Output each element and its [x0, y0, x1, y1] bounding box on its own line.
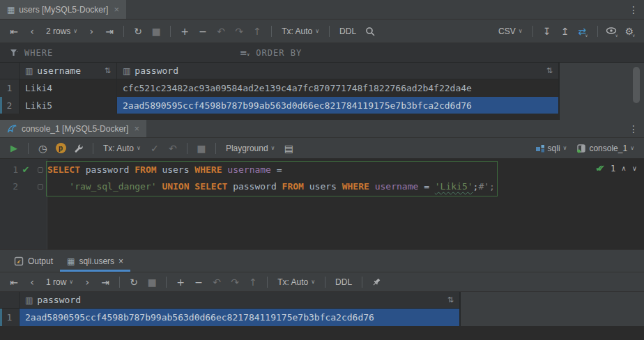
cell-username[interactable]: Liki4: [20, 79, 117, 97]
output-icon: [14, 256, 24, 266]
previous-page-icon[interactable]: ‹: [24, 24, 40, 39]
fold-marker-icon[interactable]: [33, 162, 47, 178]
sql-editor[interactable]: 1 ✔ SELECT password FROM users WHERE use…: [0, 159, 644, 249]
sort-icon[interactable]: ⇅: [447, 295, 454, 304]
separator: [215, 143, 216, 154]
delete-row-icon[interactable]: −: [190, 275, 207, 290]
history-clock-icon[interactable]: ◷: [34, 141, 51, 156]
parameters-icon[interactable]: p: [52, 141, 69, 156]
tab-users-table[interactable]: ▦ users [MySQL5-Docker] ×: [0, 0, 126, 19]
table-view-icon[interactable]: ▤: [280, 141, 297, 156]
first-page-icon[interactable]: ⇤: [6, 275, 22, 290]
vertical-scrollbar[interactable]: [633, 67, 640, 103]
chevron-down-icon: ∨: [137, 145, 141, 151]
tx-mode-dropdown[interactable]: Tx: Auto ∨: [273, 275, 319, 290]
separator: [597, 26, 598, 37]
tab-output[interactable]: Output: [7, 250, 60, 272]
chevron-down-icon: ∨: [519, 28, 523, 34]
column-header-password[interactable]: ▥ password ⇅: [117, 63, 559, 79]
import-upload-icon[interactable]: ↥: [557, 24, 574, 39]
where-placeholder: WHERE: [24, 48, 53, 58]
next-page-icon[interactable]: ›: [79, 275, 95, 290]
sql-code-line[interactable]: SELECT password FROM users WHERE usernam…: [47, 162, 282, 178]
cell-password[interactable]: cfc521c23482ac93a09584ad2e139c4a7fc87077…: [117, 79, 559, 97]
stop-icon: ■: [144, 275, 160, 290]
table-row-selected[interactable]: 1 2aad5890595ccf4598b787b99ab563d0d66ec8…: [0, 309, 460, 326]
chevron-down-icon: ∨: [311, 279, 315, 285]
tx-mode-dropdown[interactable]: Tx: Auto ∨: [277, 24, 323, 39]
top-tab-bar: ▦ users [MySQL5-Docker] × ⋮: [0, 0, 644, 20]
wrench-settings-icon[interactable]: [70, 141, 87, 156]
close-icon[interactable]: ×: [134, 123, 139, 134]
grid-empty-space: [0, 114, 559, 120]
last-page-icon[interactable]: ⇥: [101, 24, 118, 39]
sort-icon[interactable]: ⇅: [546, 66, 553, 75]
compare-icon[interactable]: ⇄∨: [575, 24, 592, 39]
row-number: 2: [0, 97, 20, 114]
redo-icon: ↷: [231, 24, 247, 39]
separator: [93, 143, 93, 154]
row-number-gutter: [0, 63, 20, 79]
order-by-filter-input[interactable]: ≡ ∨ ORDER BY: [230, 47, 302, 58]
tab-users-label: users [MySQL5-Docker]: [19, 5, 108, 15]
editor-line[interactable]: 2 'raw_sql_danger' UNION SELECT password…: [0, 178, 644, 195]
column-header-label: password: [37, 295, 81, 305]
column-header-label: username: [37, 65, 81, 76]
next-result-icon[interactable]: ∨: [632, 164, 637, 172]
refresh-icon[interactable]: ↻: [125, 275, 142, 290]
run-play-icon[interactable]: ▶: [6, 141, 22, 156]
sql-code-line[interactable]: 'raw_sql_danger' UNION SELECT password F…: [47, 178, 495, 195]
cell-password-selected[interactable]: 2aad5890595ccf4598b787b99ab563d0d66ec821…: [117, 97, 559, 114]
add-row-icon[interactable]: +: [172, 275, 189, 290]
column-header-password[interactable]: ▥ password ⇅: [20, 292, 460, 308]
close-icon[interactable]: ×: [114, 4, 119, 15]
row-number: 1: [0, 309, 20, 326]
sort-icon[interactable]: ⇅: [105, 66, 111, 75]
table-row[interactable]: 1 Liki4 cfc521c23482ac93a09584ad2e139c4a…: [0, 79, 559, 97]
ddl-button[interactable]: DDL: [335, 24, 360, 39]
console-tab-bar: console_1 [MySQL5-Docker] × ⋮: [0, 120, 644, 138]
playground-dropdown[interactable]: Playground ∨: [222, 141, 279, 156]
table-grid-icon: ▦: [7, 5, 15, 15]
schema-icon: [535, 144, 545, 153]
tab-result-grid[interactable]: ▦ sqli.users ×: [60, 250, 130, 272]
previous-page-icon[interactable]: ‹: [24, 275, 40, 290]
cell-username[interactable]: Liki5: [20, 97, 117, 114]
rows-count-label: 1 row: [46, 277, 66, 287]
schema-label: sqli: [548, 144, 560, 153]
redo-icon: ↷: [227, 275, 243, 290]
export-format-dropdown[interactable]: CSV ∨: [494, 24, 527, 39]
refresh-icon[interactable]: ↻: [130, 24, 146, 39]
previous-result-icon[interactable]: ∧: [621, 164, 626, 172]
delete-row-icon[interactable]: −: [194, 24, 211, 39]
last-page-icon[interactable]: ⇥: [97, 275, 114, 290]
kebab-menu-icon[interactable]: ⋮: [629, 120, 638, 137]
page-size-dropdown[interactable]: 2 rows ∨: [42, 24, 82, 39]
search-icon[interactable]: [362, 24, 378, 39]
ddl-button[interactable]: DDL: [331, 275, 356, 290]
close-icon[interactable]: ×: [118, 256, 123, 266]
kebab-menu-icon[interactable]: ⋮: [629, 0, 638, 19]
tab-console[interactable]: console_1 [MySQL5-Docker] ×: [0, 120, 146, 137]
tx-mode-dropdown[interactable]: Tx: Auto ∨: [99, 141, 145, 156]
schema-dropdown[interactable]: sqli ∨: [531, 141, 572, 156]
export-download-icon[interactable]: ↧: [539, 24, 555, 39]
settings-gear-icon[interactable]: ⚙∨: [622, 24, 638, 39]
cell-password-selected[interactable]: 2aad5890595ccf4598b787b99ab563d0d66ec821…: [20, 309, 460, 326]
pin-icon[interactable]: [368, 275, 385, 290]
next-page-icon[interactable]: ›: [83, 24, 100, 39]
where-filter-input[interactable]: WHERE: [0, 48, 230, 58]
active-tab-underline: [60, 270, 130, 272]
view-options-eye-icon[interactable]: ∨: [604, 24, 620, 39]
fold-marker-icon[interactable]: [33, 178, 47, 195]
add-row-icon[interactable]: +: [176, 24, 193, 39]
tab-console-label: console_1 [MySQL5-Docker]: [22, 124, 128, 134]
column-icon: ▥: [123, 66, 130, 76]
order-by-placeholder: ORDER BY: [256, 48, 302, 58]
page-size-dropdown[interactable]: 1 row ∨: [42, 275, 77, 290]
chevron-down-icon: ∨: [271, 145, 275, 151]
column-header-username[interactable]: ▥ username ⇅: [20, 63, 117, 79]
session-dropdown[interactable]: console_1 ∨: [572, 141, 638, 156]
table-row-selected[interactable]: 2 Liki5 2aad5890595ccf4598b787b99ab563d0…: [0, 97, 559, 114]
first-page-icon[interactable]: ⇤: [6, 24, 22, 39]
